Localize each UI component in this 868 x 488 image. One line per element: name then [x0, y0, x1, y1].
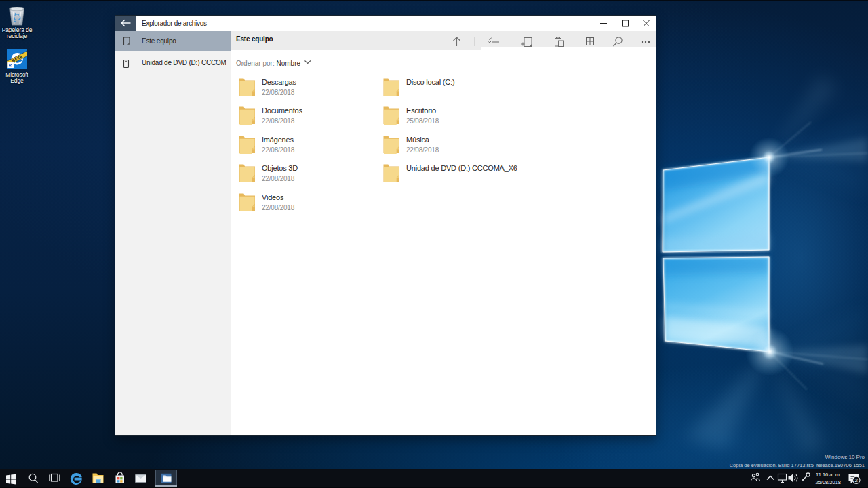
svg-text:2: 2	[855, 477, 859, 483]
